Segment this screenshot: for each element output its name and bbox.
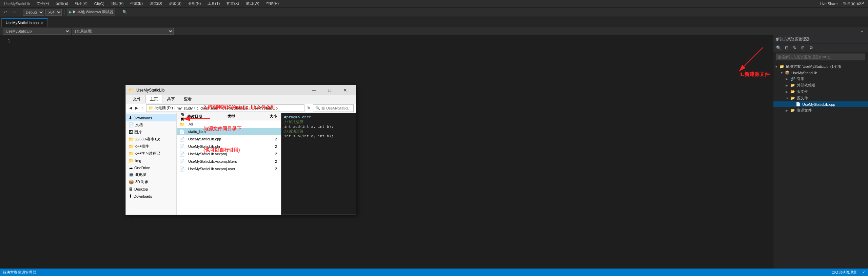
file-row-vs[interactable]: 📁 .vs [177, 120, 281, 128]
undo-btn[interactable]: ↩ [2, 8, 9, 16]
header-type[interactable]: 类型 [226, 114, 255, 119]
live-share-btn[interactable]: Live Share [818, 1, 839, 6]
status-cio[interactable]: CIO启动管理器 [831, 270, 857, 275]
se-settings-btn[interactable]: ⚙ [807, 44, 815, 52]
add-icon-btn[interactable]: + [859, 27, 865, 35]
file-row-filters[interactable]: 📄 UseMyStaticLib.vcxproj.filters 2 [177, 158, 281, 165]
platform-dropdown[interactable]: x64 [45, 9, 62, 16]
tree-item-project[interactable]: ▼ 📦 UseMyStaticLib [773, 70, 868, 76]
tree-item-headers[interactable]: ▶ 📂 头文件 [773, 88, 868, 95]
manage-btn[interactable]: 管理(E) EXP [842, 0, 865, 7]
fe-nav-thispc[interactable]: 💻 此电脑 [126, 171, 176, 178]
fe-tab-file[interactable]: 文件 [129, 95, 145, 103]
scope-dropdown[interactable]: UseMyStaticLib [3, 28, 71, 35]
code-editor[interactable]: 1 [0, 35, 773, 269]
fe-maximize-btn[interactable]: □ [322, 85, 337, 95]
fe-minimize-btn[interactable]: ─ [306, 85, 322, 95]
file-icon-filters: 📄 [179, 159, 185, 164]
resources-icon: 📂 [790, 108, 796, 113]
se-search-input[interactable] [776, 54, 865, 60]
tree-item-resources[interactable]: ▶ 📂 资源文件 [773, 107, 868, 114]
header-size[interactable]: 大小 [255, 114, 278, 119]
menu-title: UseMyStaticLib [3, 1, 31, 6]
search-btn[interactable]: 🔍 [120, 8, 129, 16]
fe-search-input[interactable] [321, 106, 349, 110]
tab-close-icon[interactable]: ✕ [41, 21, 43, 25]
tree-item-solution[interactable]: ▼ 📁 解决方案 'UseMyStaticLib' (1个项 [773, 63, 868, 70]
menu-item-analyze[interactable]: 分析(N) [187, 0, 202, 7]
fe-nav-pictures[interactable]: 🖼 图片 [126, 129, 176, 136]
file-row-user[interactable]: 📄 UseMyStaticLib.vcxproj.user 2 [177, 165, 281, 173]
fe-address-path[interactable]: 📁 此电脑 (D:) › my_study › c_class_lean › U… [146, 104, 305, 112]
menu-item-test[interactable]: 测试(S) [167, 0, 183, 7]
fe-nav-onedrive[interactable]: ☁ OneDrive [126, 164, 176, 171]
range-dropdown[interactable]: (全局范围) [72, 28, 174, 35]
nav-bar: UseMyStaticLib (全局范围) + [0, 27, 868, 35]
menu-item-edit[interactable]: 编辑(E) [54, 0, 70, 7]
menu-item-extensions[interactable]: 扩展(X) [225, 0, 240, 7]
references-label: 引用 [797, 76, 804, 81]
path-segment-2[interactable]: c_class_lean [197, 106, 218, 110]
menu-item-file[interactable]: 文件(F) [35, 0, 50, 7]
tab-useMyStaticLib[interactable]: UseMyStaticLib.cpp ✕ [1, 18, 48, 27]
menu-item-tools[interactable]: 工具(T) [206, 0, 221, 7]
fe-ribbon-tabs: 文件 主页 共享 查看 [126, 95, 356, 103]
fe-close-btn[interactable]: ✕ [337, 85, 353, 95]
file-row-staticlib[interactable]: 📄 static_lib.h [177, 128, 281, 135]
tree-item-cpp[interactable]: 📄 UseMyStaticLib.cpp [773, 101, 868, 107]
fe-tab-view[interactable]: 查看 [179, 95, 196, 103]
fe-nav-downloads-label: Downloads [134, 116, 152, 120]
fe-nav-folder1[interactable]: 📁 22630-赛审1次 [126, 136, 176, 143]
se-filter-btn[interactable]: ⊞ [799, 44, 807, 52]
menu-item-project[interactable]: 项目(P) [110, 0, 125, 7]
menu-item-debug[interactable]: 调试(D) [148, 0, 163, 7]
menu-item-git[interactable]: Git(G) [93, 1, 106, 6]
path-segment-4[interactable]: UseMyStaticLib [252, 106, 277, 110]
se-collapse-btn[interactable]: ⊟ [783, 44, 790, 52]
fe-nav-docs[interactable]: 📄 文档 [126, 121, 176, 129]
fe-up-btn[interactable]: ↑ [140, 104, 145, 112]
path-segment-3[interactable]: UseMyStaticLib [222, 106, 248, 110]
menu-item-build[interactable]: 生成(B) [129, 0, 144, 7]
fe-nav-downloads2[interactable]: ⬇ Downloads [126, 193, 176, 200]
menu-item-help[interactable]: 帮助(H) [265, 0, 280, 7]
file-row-sln[interactable]: 📄 UseMyStaticLib.sln 2 [177, 143, 281, 150]
file-row-cpp[interactable]: 📄 UseMyStaticLib.cpp 2 [177, 135, 281, 143]
fe-tab-home[interactable]: 主页 [145, 95, 162, 103]
references-icon: 🔗 [790, 77, 796, 81]
tree-item-external[interactable]: ▶ 📂 外部依赖项 [773, 82, 868, 88]
code-line-1: 1 [0, 38, 773, 44]
fe-nav-folder3[interactable]: 📁 c++学习过程记 [126, 150, 176, 157]
menu-item-window[interactable]: 窗口(W) [244, 0, 261, 7]
se-search-btn[interactable]: 🔍 [775, 44, 782, 52]
file-row-vcxproj[interactable]: 📄 UseMyStaticLib.vcxproj 2 [177, 150, 281, 158]
fe-nav-3d[interactable]: 📦 3D 对象 [126, 178, 176, 185]
tree-item-references[interactable]: ▶ 🔗 引用 [773, 76, 868, 82]
config-dropdown[interactable]: Debug [23, 9, 44, 16]
fe-nav-img[interactable]: 📁 img [126, 157, 176, 164]
path-segment-0[interactable]: 此电脑 (D:) [155, 105, 173, 111]
fe-search-box[interactable]: 🔍 [313, 104, 354, 112]
headers-icon: 📂 [790, 90, 796, 94]
fe-nav-folder2[interactable]: 📁 c++模件 [126, 143, 176, 150]
tree-arrow-source: ▼ [786, 97, 790, 100]
preview-line-4: //减法运算 [284, 129, 353, 134]
file-size-filters: 2 [251, 159, 278, 163]
run-btn[interactable]: ▶ ▶ 本地 Windows 调试器 [67, 8, 115, 16]
se-refresh-btn[interactable]: ↻ [791, 44, 798, 52]
fe-nav-desktop[interactable]: 🖥 Desktop [126, 185, 176, 193]
run-label: ▶ 本地 Windows 调试器 [73, 9, 113, 15]
redo-btn[interactable]: ↪ [11, 8, 18, 16]
menu-item-view[interactable]: 视图(V) [74, 0, 89, 7]
se-search-box [773, 52, 868, 62]
tree-item-source[interactable]: ▼ 📂 源文件 [773, 95, 868, 101]
header-name[interactable]: 名称 [179, 113, 186, 122]
folder1-icon: 📁 [129, 137, 134, 142]
path-segment-1[interactable]: my_study [177, 106, 193, 110]
fe-back-btn[interactable]: ◀ [128, 104, 133, 112]
fe-forward-btn[interactable]: ▶ [134, 104, 139, 112]
fe-tab-share[interactable]: 共享 [162, 95, 179, 103]
fe-nav-downloads[interactable]: ⬇ Downloads [126, 114, 176, 121]
header-date[interactable]: 修改日期 [186, 114, 226, 119]
fe-refresh-btn[interactable]: ↻ [306, 104, 312, 112]
